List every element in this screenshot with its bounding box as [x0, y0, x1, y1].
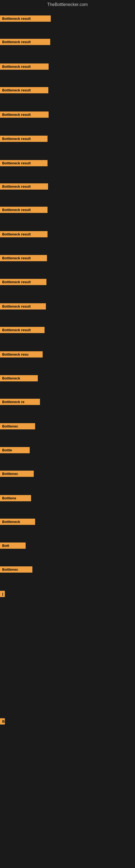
bottleneck-result-item: Bottle: [0, 447, 30, 453]
bottleneck-result-item: Bottleneck result: [0, 255, 47, 261]
bottleneck-result-item: Bottleneck result: [0, 135, 48, 142]
bottleneck-result-item: Bott: [0, 542, 26, 549]
bottleneck-result-item: Bottleneck result: [0, 207, 48, 213]
bottleneck-result-item: Bottleneck result: [0, 160, 48, 166]
bottleneck-result-item: Bottlenec: [0, 423, 35, 429]
bottleneck-result-item: Bottleneck result: [0, 279, 46, 285]
bottleneck-result-item: Bottleneck result: [0, 87, 48, 93]
bottleneck-result-item: Bottlenec: [0, 566, 32, 572]
bottleneck-result-item: Bottleneck result: [0, 231, 48, 237]
bottleneck-result-item: Bottleneck resu: [0, 351, 43, 358]
bottleneck-result-item: Bottleneck result: [0, 327, 45, 333]
bottleneck-result-item: Bottleneck: [0, 375, 38, 381]
bottleneck-result-item: Bottleneck result: [0, 16, 51, 22]
bottleneck-result-item: Bottleneck result: [0, 112, 49, 118]
bottleneck-result-item: Bottlenec: [0, 471, 34, 477]
bottleneck-result-item: Bottleneck result: [0, 63, 49, 70]
bottleneck-result-item: |: [0, 591, 5, 597]
bottleneck-result-item: Bottleneck re: [0, 399, 40, 405]
bottleneck-result-item: Bottleneck result: [0, 303, 46, 310]
bottleneck-result-item: Bottleneck result: [0, 39, 50, 45]
site-title: TheBottlenecker.com: [0, 0, 135, 9]
bottleneck-result-item: Bottlene: [0, 495, 31, 501]
bottleneck-result-item: B: [0, 718, 5, 724]
bottleneck-result-item: Bottleneck result: [0, 183, 48, 190]
bottleneck-result-item: Bottleneck: [0, 519, 35, 525]
